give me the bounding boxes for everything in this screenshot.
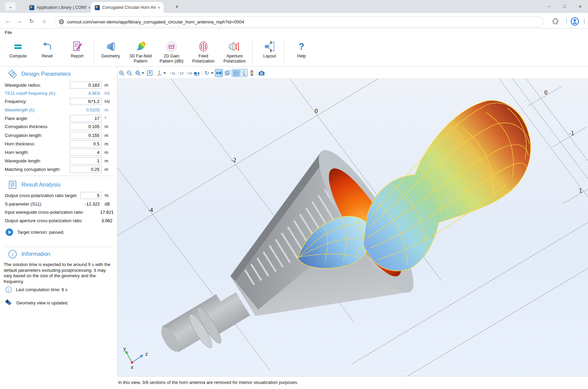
zoom-dropdown-caret[interactable] — [142, 72, 144, 74]
aperture-polarization-icon — [228, 39, 241, 54]
tab-title: Corrugated Circular Horn Anten — [102, 5, 156, 10]
tick-label: 1 — [579, 188, 582, 194]
flare-angle-input[interactable] — [70, 115, 102, 122]
snapshot-camera-icon[interactable] — [257, 69, 265, 77]
new-tab-button[interactable]: + — [172, 3, 181, 11]
horn-length-input[interactable] — [70, 149, 102, 156]
default-view-icon[interactable] — [155, 69, 163, 77]
result-row-input-cross-polarization: Input waveguide cross-polarization ratio… — [5, 208, 113, 216]
gain-pattern-2d-icon — [165, 39, 178, 54]
triad-y-label: y — [123, 346, 126, 351]
window-minimize-button[interactable]: – — [544, 2, 554, 10]
rotate-dropdown-caret[interactable] — [211, 72, 214, 74]
compute-label: Compute — [10, 54, 27, 59]
address-bar[interactable]: comsol.com/server-demo/app/library_corru… — [54, 16, 544, 27]
geometry-updated-icon — [5, 299, 12, 306]
compute-button[interactable]: Compute — [3, 39, 33, 65]
tab-horn-antenna[interactable]: Corrugated Circular Horn Anten × — [91, 2, 164, 13]
grid-toggle[interactable] — [232, 69, 240, 77]
report-button[interactable]: Report — [62, 39, 92, 65]
reload-icon[interactable]: ↻ — [27, 17, 36, 25]
feed-polarization-icon — [197, 39, 209, 54]
far-field-3d-label-1: 3D Far-field — [129, 54, 151, 59]
back-icon[interactable]: ← — [3, 17, 12, 25]
section-title: Design Parameters — [21, 71, 71, 77]
output-cross-polarization-value: 3.062 — [82, 218, 114, 223]
forward-icon[interactable]: → — [15, 17, 24, 25]
file-menu[interactable]: File — [5, 30, 12, 35]
axes-toggle[interactable] — [240, 69, 248, 77]
cross-polarization-target-input[interactable] — [80, 192, 102, 199]
waveguide-radius-input[interactable] — [70, 82, 102, 89]
extensions-icon[interactable] — [552, 18, 559, 25]
toolbar-separator — [256, 70, 257, 76]
far-field-3d-button[interactable]: 3D Far-field Pattern — [126, 39, 155, 65]
param-row-horn-thickness: Horn thickness: m — [5, 140, 113, 148]
help-icon: ? — [299, 39, 305, 54]
window-maximize-button[interactable]: □ — [559, 2, 570, 10]
zoom-in-icon[interactable] — [117, 69, 126, 77]
result-analysis-icon — [8, 180, 17, 189]
tick-label: 0 — [544, 90, 548, 96]
corrugation-thickness-input[interactable] — [70, 123, 102, 130]
aperture-polarization-button[interactable]: Aperture Polarization — [220, 39, 249, 65]
help-label: Help — [297, 54, 306, 59]
frequency-input[interactable] — [70, 98, 102, 105]
tick-label: -2 — [231, 157, 236, 163]
browser-window: ⌄ Application Library | COMSOL S × Corru… — [0, 0, 588, 389]
param-row-corrugation-thickness: Corrugation thickness m — [5, 122, 113, 130]
graphics-canvas[interactable]: 0 -2 -4 0 -1 1 — [117, 79, 588, 376]
design-parameters-header: Design Parameters — [8, 70, 71, 78]
waveguide-length-input[interactable] — [70, 157, 102, 164]
scene-light-toggle[interactable] — [215, 69, 223, 77]
color-legend-toggle[interactable] — [248, 69, 256, 77]
aperture-polarization-label-2: Polarization — [223, 59, 245, 64]
comsol-favicon — [29, 5, 34, 10]
zoom-out-icon[interactable] — [125, 69, 133, 77]
view-yz-button[interactable]: ↑yz — [176, 69, 185, 77]
url-text: comsol.com/server-demo/app/library_corru… — [67, 19, 244, 24]
horn-thickness-input[interactable] — [70, 140, 102, 147]
profile-avatar-icon[interactable] — [570, 17, 579, 26]
feed-polarization-label-2: Polarization — [192, 59, 214, 64]
site-info-globe-icon[interactable] — [59, 19, 64, 24]
geometry-button[interactable]: Geometry — [96, 39, 125, 65]
feed-polarization-button[interactable]: Feed Polarization — [189, 39, 218, 65]
result-analysis-header: Result Analysis — [8, 180, 60, 189]
projection-icon[interactable] — [192, 69, 201, 77]
tab-search-button[interactable]: ⌄ — [5, 2, 16, 11]
transparency-toggle[interactable] — [223, 69, 232, 77]
window-close-button[interactable]: × — [575, 2, 585, 10]
rotate-icon[interactable]: ↻ — [203, 69, 211, 77]
close-tab-icon[interactable]: × — [156, 5, 162, 10]
menu-kebab-icon[interactable]: ⋮ — [580, 17, 588, 26]
reset-button[interactable]: Reset — [33, 39, 62, 65]
report-icon — [71, 39, 83, 54]
svg-text:i: i — [12, 251, 13, 257]
geometry-updated-status: Geometry view is updated. — [5, 299, 69, 306]
layout-icon — [263, 39, 276, 54]
zoom-extents-icon[interactable] — [146, 69, 154, 77]
layout-button[interactable]: Layout — [255, 39, 284, 65]
param-row-horn-length: Horn length: m — [5, 148, 113, 156]
gain-pattern-2d-button[interactable]: 2D Gain Pattern (dBi) — [157, 39, 186, 65]
view-dropdown-caret[interactable] — [163, 72, 166, 74]
far-field-3d-label-2: Pattern — [134, 59, 147, 64]
target-criterion-text: Target criterion: passed. — [17, 230, 65, 235]
zoom-box-icon[interactable] — [134, 69, 142, 77]
last-computation-status: i Last computation time: 6 s — [5, 286, 68, 293]
view-xy-button[interactable]: ↑xy — [167, 69, 177, 77]
layout-label: Layout — [263, 54, 276, 59]
geometry-label: Geometry — [102, 54, 120, 59]
home-icon[interactable]: ⌂ — [40, 17, 49, 25]
matching-corrugation-length-input[interactable] — [70, 166, 102, 173]
help-button[interactable]: ? Help — [287, 39, 316, 65]
tab-application-library[interactable]: Application Library | COMSOL S × — [25, 2, 94, 13]
info-circle-icon: i — [5, 286, 12, 293]
gain-pattern-2d-label-1: 2D Gain — [164, 54, 179, 59]
geometry-icon — [105, 39, 117, 54]
compute-icon — [12, 39, 24, 54]
section-title: Result Analysis — [21, 181, 60, 188]
corrugation-length-input[interactable] — [70, 132, 102, 139]
reset-icon — [41, 39, 53, 54]
